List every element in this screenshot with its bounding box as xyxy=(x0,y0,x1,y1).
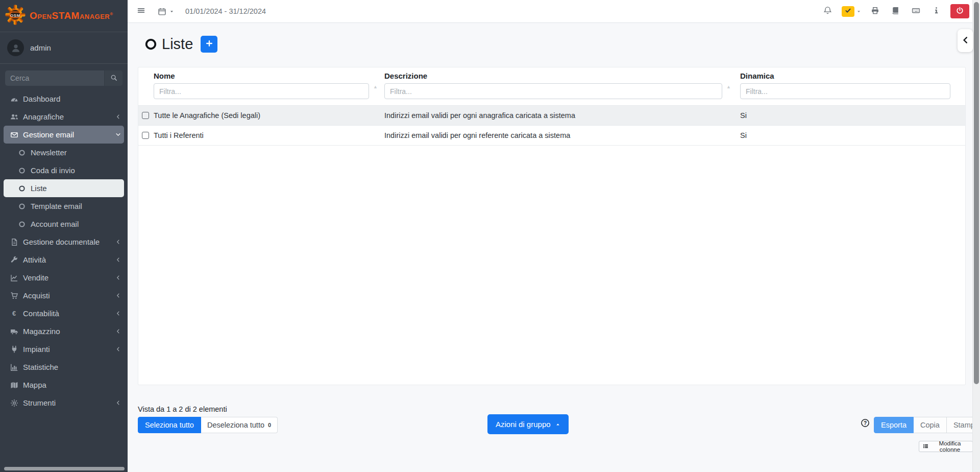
sidebar-item-magazzino[interactable]: Magazzino xyxy=(4,322,124,340)
sidebar-item-acquisti[interactable]: Acquisti xyxy=(4,287,124,304)
map-icon xyxy=(9,381,19,389)
plug-icon xyxy=(9,345,19,353)
sidebar-item-vendite[interactable]: Vendite xyxy=(4,269,124,287)
topbar: 01/01/2024 - 31/12/2024 xyxy=(128,0,980,23)
row-checkbox[interactable] xyxy=(142,112,149,119)
sidebar-item-label: Attività xyxy=(23,255,46,264)
sidebar-toggle-button[interactable] xyxy=(135,4,148,18)
add-list-button[interactable] xyxy=(201,36,217,53)
caret-down-icon xyxy=(169,7,174,16)
sidebar-item-contabilit-[interactable]: €Contabilità xyxy=(4,304,124,322)
chevron-left-icon xyxy=(115,239,121,245)
scrollbar-thumb[interactable] xyxy=(974,2,979,384)
search-icon xyxy=(110,74,117,83)
sidebar-item-label: Anagrafiche xyxy=(23,112,64,121)
sidebar-item-label: Liste xyxy=(31,184,47,193)
sidebar-item-impianti[interactable]: Impianti xyxy=(4,340,124,358)
date-range[interactable]: 01/01/2024 - 31/12/2024 xyxy=(185,7,266,15)
chevron-left-icon xyxy=(115,328,121,335)
edit-columns-button[interactable]: Modifica colonne xyxy=(919,441,973,452)
hamburger-icon xyxy=(137,6,145,16)
list-circle-icon xyxy=(144,38,157,51)
svg-text:OSM: OSM xyxy=(10,13,20,18)
row-checkbox[interactable] xyxy=(142,132,149,139)
circle-icon xyxy=(17,167,27,175)
filter-input-dinamica[interactable] xyxy=(740,83,950,99)
filter-input-nome[interactable] xyxy=(154,83,369,99)
docs-button[interactable] xyxy=(889,4,902,18)
sidebar-item-account-email[interactable]: Account email xyxy=(4,215,124,233)
logout-button[interactable] xyxy=(950,4,969,18)
sort-arrow-icon[interactable]: ▲ xyxy=(373,85,384,89)
circle-icon xyxy=(17,184,27,193)
topbar-actions xyxy=(821,4,969,18)
main-content: Liste Nome Descrizione Dinamica ▲ ▲ Tutt… xyxy=(128,23,973,472)
chevron-left-icon xyxy=(115,400,121,406)
user-panel: admin xyxy=(0,32,128,64)
info-icon xyxy=(932,6,941,16)
sidebar-item-label: Mappa xyxy=(23,381,46,389)
cell-descrizione: Indirizzi email validi per ogni anagrafi… xyxy=(384,111,722,120)
shortcuts-button[interactable] xyxy=(910,4,922,18)
page-title: Liste xyxy=(162,36,193,53)
sidebar-item-gestione-documentale[interactable]: Gestione documentale xyxy=(4,233,124,251)
sidebar-item-newsletter[interactable]: Newsletter xyxy=(4,144,124,161)
printer-icon xyxy=(871,6,879,16)
sidebar-item-liste[interactable]: Liste xyxy=(4,179,124,197)
export-button[interactable]: Esporta xyxy=(874,417,914,433)
select-all-button[interactable]: Seleziona tutto xyxy=(138,417,201,433)
table-body: Tutte le Anagrafiche (Sedi legali)Indiri… xyxy=(138,105,965,146)
sidebar-item-coda-di-invio[interactable]: Coda di invio xyxy=(4,161,124,179)
sidebar-item-dashboard[interactable]: Dashboard xyxy=(4,90,124,108)
sidebar-item-label: Acquisti xyxy=(23,291,50,300)
plus-icon xyxy=(206,40,213,49)
circle-icon xyxy=(17,149,27,157)
print-button[interactable] xyxy=(869,4,881,18)
sidebar-item-attivit-[interactable]: Attività xyxy=(4,251,124,269)
sidebar-item-gestione-email[interactable]: Gestione email xyxy=(4,126,124,144)
sidebar-item-label: Impianti xyxy=(23,345,50,353)
chevron-down-icon xyxy=(115,132,121,138)
status-dropdown[interactable] xyxy=(842,6,861,17)
column-header-descrizione[interactable]: Descrizione xyxy=(384,72,722,80)
keyboard-icon xyxy=(912,6,920,16)
column-header-nome[interactable]: Nome xyxy=(154,72,369,80)
sidebar-item-anagrafiche[interactable]: Anagrafiche xyxy=(4,108,124,126)
panel-collapse-button[interactable] xyxy=(958,29,973,52)
user-name: admin xyxy=(30,43,51,52)
sidebar-item-label: Gestione documentale xyxy=(23,238,100,246)
filter-input-descrizione[interactable] xyxy=(384,83,722,99)
notifications-button[interactable] xyxy=(821,4,834,18)
deselect-all-button[interactable]: Deseleziona tutto 0 xyxy=(201,417,278,433)
brand-logo[interactable]: OSM OpenSTAManager® xyxy=(0,0,128,32)
sidebar-item-strumenti[interactable]: Strumenti xyxy=(4,394,124,412)
tachometer-icon xyxy=(9,95,19,103)
sidebar-item-template-email[interactable]: Template email xyxy=(4,197,124,215)
search-button[interactable] xyxy=(104,70,122,86)
sidebar-item-statistiche[interactable]: Statistiche xyxy=(4,358,124,376)
table-row[interactable]: Tutte le Anagrafiche (Sedi legali)Indiri… xyxy=(138,106,965,126)
chevron-left-icon xyxy=(962,36,969,45)
user-avatar-icon xyxy=(7,39,24,56)
cell-nome: Tutte le Anagrafiche (Sedi legali) xyxy=(154,111,369,120)
cell-descrizione: Indirizzi email validi per ogni referent… xyxy=(384,131,722,139)
truck-icon xyxy=(9,327,19,336)
group-actions-button[interactable]: Azioni di gruppo xyxy=(487,414,569,434)
brand-name: OpenSTAManager® xyxy=(30,10,113,21)
column-header-dinamica[interactable]: Dinamica xyxy=(740,72,950,80)
sidebar-item-mappa[interactable]: Mappa xyxy=(4,376,124,394)
help-button[interactable]: ? xyxy=(861,418,870,429)
sort-arrow-icon[interactable]: ▲ xyxy=(726,85,740,89)
copy-button[interactable]: Copia xyxy=(914,417,947,433)
table-row[interactable]: Tutti i ReferentiIndirizzi email validi … xyxy=(138,126,965,146)
period-picker[interactable] xyxy=(156,5,174,18)
columns-list-icon xyxy=(923,443,928,450)
search-input[interactable] xyxy=(5,70,104,86)
sidebar-horizontal-scrollbar[interactable] xyxy=(4,467,125,470)
status-check-badge[interactable] xyxy=(842,6,854,17)
info-button[interactable] xyxy=(930,4,943,18)
sidebar-item-label: Account email xyxy=(31,220,79,228)
export-buttons: Esporta Copia Stampa xyxy=(874,417,980,433)
users-icon xyxy=(9,113,19,121)
sidebar-item-label: Vendite xyxy=(23,273,48,282)
